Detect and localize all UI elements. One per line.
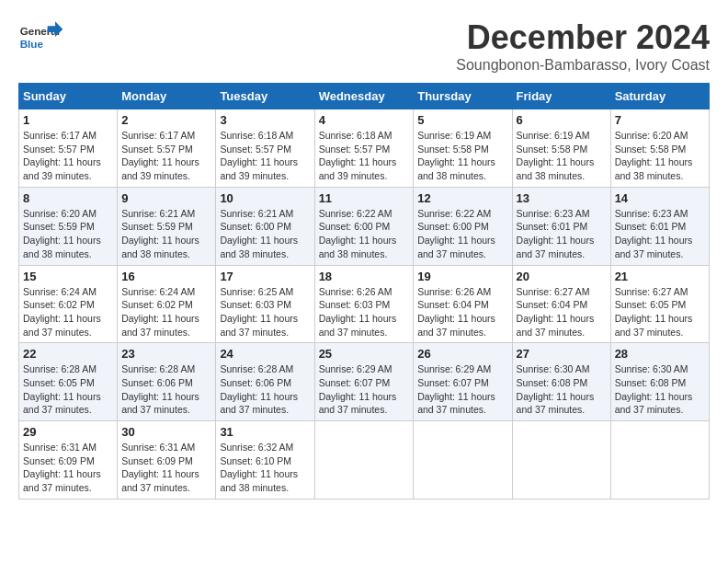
calendar-week-1: 1Sunrise: 6:17 AMSunset: 5:57 PMDaylight…	[19, 109, 710, 188]
day-number: 28	[615, 347, 705, 361]
day-info: Sunrise: 6:19 AMSunset: 5:58 PMDaylight:…	[417, 129, 507, 183]
day-info: Sunrise: 6:28 AMSunset: 6:05 PMDaylight:…	[23, 362, 113, 417]
day-number: 17	[220, 270, 310, 283]
day-info: Sunrise: 6:32 AMSunset: 6:10 PMDaylight:…	[220, 441, 310, 495]
day-number: 25	[319, 347, 410, 361]
day-info: Sunrise: 6:30 AMSunset: 6:08 PMDaylight:…	[615, 362, 705, 417]
calendar-cell	[610, 421, 709, 500]
day-number: 29	[23, 425, 113, 439]
day-info: Sunrise: 6:17 AMSunset: 5:57 PMDaylight:…	[121, 129, 211, 183]
day-info: Sunrise: 6:25 AMSunset: 6:03 PMDaylight:…	[220, 285, 310, 339]
day-info: Sunrise: 6:24 AMSunset: 6:02 PMDaylight:…	[121, 285, 211, 339]
weekday-header-monday: Monday	[118, 84, 216, 109]
calendar-cell: 14Sunrise: 6:23 AMSunset: 6:01 PMDayligh…	[610, 187, 709, 265]
day-number: 14	[615, 191, 705, 205]
calendar-cell: 31Sunrise: 6:32 AMSunset: 6:10 PMDayligh…	[216, 421, 314, 500]
day-info: Sunrise: 6:18 AMSunset: 5:57 PMDaylight:…	[319, 129, 410, 183]
day-number: 15	[23, 270, 113, 283]
weekday-header-row: SundayMondayTuesdayWednesdayThursdayFrid…	[19, 84, 710, 109]
day-number: 13	[517, 191, 607, 205]
day-info: Sunrise: 6:23 AMSunset: 6:01 PMDaylight:…	[517, 207, 607, 261]
day-number: 10	[220, 191, 310, 205]
day-info: Sunrise: 6:29 AMSunset: 6:07 PMDaylight:…	[417, 362, 507, 417]
day-info: Sunrise: 6:22 AMSunset: 6:00 PMDaylight:…	[319, 207, 410, 261]
calendar-cell	[414, 421, 512, 500]
calendar-cell: 5Sunrise: 6:19 AMSunset: 5:58 PMDaylight…	[414, 109, 512, 188]
calendar-week-5: 29Sunrise: 6:31 AMSunset: 6:09 PMDayligh…	[19, 421, 710, 500]
day-info: Sunrise: 6:26 AMSunset: 6:03 PMDaylight:…	[319, 285, 410, 339]
weekday-header-saturday: Saturday	[610, 84, 709, 109]
day-number: 12	[417, 191, 507, 205]
calendar-cell: 6Sunrise: 6:19 AMSunset: 5:58 PMDaylight…	[512, 109, 610, 188]
calendar-cell: 12Sunrise: 6:22 AMSunset: 6:00 PMDayligh…	[414, 187, 512, 265]
day-number: 11	[319, 191, 410, 205]
weekday-header-thursday: Thursday	[414, 84, 512, 109]
day-number: 3	[220, 113, 310, 127]
calendar-cell: 9Sunrise: 6:21 AMSunset: 5:59 PMDaylight…	[118, 187, 216, 265]
calendar-week-2: 8Sunrise: 6:20 AMSunset: 5:59 PMDaylight…	[19, 187, 710, 265]
calendar-cell: 8Sunrise: 6:20 AMSunset: 5:59 PMDaylight…	[19, 187, 118, 265]
day-number: 4	[319, 113, 410, 127]
day-number: 6	[517, 113, 607, 127]
day-number: 30	[121, 425, 211, 439]
day-number: 20	[517, 270, 607, 283]
logo: General Blue	[18, 18, 64, 55]
calendar-cell: 21Sunrise: 6:27 AMSunset: 6:05 PMDayligh…	[610, 265, 709, 343]
logo-icon: General Blue	[18, 18, 64, 55]
calendar-cell: 11Sunrise: 6:22 AMSunset: 6:00 PMDayligh…	[314, 187, 414, 265]
calendar-body: 1Sunrise: 6:17 AMSunset: 5:57 PMDaylight…	[19, 109, 710, 500]
calendar-week-3: 15Sunrise: 6:24 AMSunset: 6:02 PMDayligh…	[19, 265, 710, 343]
day-info: Sunrise: 6:24 AMSunset: 6:02 PMDaylight:…	[23, 285, 113, 339]
calendar-cell: 4Sunrise: 6:18 AMSunset: 5:57 PMDaylight…	[314, 109, 414, 188]
day-info: Sunrise: 6:28 AMSunset: 6:06 PMDaylight:…	[220, 362, 310, 417]
calendar-table: SundayMondayTuesdayWednesdayThursdayFrid…	[18, 83, 710, 500]
day-info: Sunrise: 6:18 AMSunset: 5:57 PMDaylight:…	[220, 129, 310, 183]
calendar-cell: 23Sunrise: 6:28 AMSunset: 6:06 PMDayligh…	[118, 343, 216, 421]
calendar-cell: 26Sunrise: 6:29 AMSunset: 6:07 PMDayligh…	[414, 343, 512, 421]
day-info: Sunrise: 6:29 AMSunset: 6:07 PMDaylight:…	[319, 362, 410, 417]
calendar-cell	[314, 421, 414, 500]
day-info: Sunrise: 6:30 AMSunset: 6:08 PMDaylight:…	[517, 362, 607, 417]
calendar-cell: 19Sunrise: 6:26 AMSunset: 6:04 PMDayligh…	[414, 265, 512, 343]
day-number: 31	[220, 425, 310, 439]
calendar-cell: 10Sunrise: 6:21 AMSunset: 6:00 PMDayligh…	[216, 187, 314, 265]
day-number: 18	[319, 270, 410, 283]
calendar-cell: 20Sunrise: 6:27 AMSunset: 6:04 PMDayligh…	[512, 265, 610, 343]
calendar-cell: 1Sunrise: 6:17 AMSunset: 5:57 PMDaylight…	[19, 109, 118, 188]
day-number: 23	[121, 347, 211, 361]
calendar-cell: 15Sunrise: 6:24 AMSunset: 6:02 PMDayligh…	[19, 265, 118, 343]
calendar-cell: 16Sunrise: 6:24 AMSunset: 6:02 PMDayligh…	[118, 265, 216, 343]
calendar-cell: 30Sunrise: 6:31 AMSunset: 6:09 PMDayligh…	[118, 421, 216, 500]
day-number: 8	[23, 191, 113, 205]
svg-text:Blue: Blue	[20, 38, 44, 50]
day-number: 26	[417, 347, 507, 361]
calendar-cell	[512, 421, 610, 500]
day-number: 22	[23, 347, 113, 361]
day-info: Sunrise: 6:31 AMSunset: 6:09 PMDaylight:…	[121, 441, 211, 495]
day-info: Sunrise: 6:31 AMSunset: 6:09 PMDaylight:…	[23, 441, 113, 495]
day-number: 19	[417, 270, 507, 283]
day-info: Sunrise: 6:20 AMSunset: 5:59 PMDaylight:…	[23, 207, 113, 261]
day-number: 9	[121, 191, 211, 205]
calendar-cell: 22Sunrise: 6:28 AMSunset: 6:05 PMDayligh…	[19, 343, 118, 421]
day-number: 24	[220, 347, 310, 361]
calendar-week-4: 22Sunrise: 6:28 AMSunset: 6:05 PMDayligh…	[19, 343, 710, 421]
day-info: Sunrise: 6:21 AMSunset: 5:59 PMDaylight:…	[121, 207, 211, 261]
calendar-cell: 24Sunrise: 6:28 AMSunset: 6:06 PMDayligh…	[216, 343, 314, 421]
day-number: 1	[23, 113, 113, 127]
day-info: Sunrise: 6:28 AMSunset: 6:06 PMDaylight:…	[121, 362, 211, 417]
weekday-header-wednesday: Wednesday	[314, 84, 414, 109]
calendar-cell: 29Sunrise: 6:31 AMSunset: 6:09 PMDayligh…	[19, 421, 118, 500]
day-info: Sunrise: 6:27 AMSunset: 6:05 PMDaylight:…	[615, 285, 705, 339]
calendar-cell: 18Sunrise: 6:26 AMSunset: 6:03 PMDayligh…	[314, 265, 414, 343]
title-area: December 2024 Soungbonon-Bambarasso, Ivo…	[456, 18, 710, 74]
day-info: Sunrise: 6:22 AMSunset: 6:00 PMDaylight:…	[417, 207, 507, 261]
calendar-cell: 17Sunrise: 6:25 AMSunset: 6:03 PMDayligh…	[216, 265, 314, 343]
calendar-cell: 3Sunrise: 6:18 AMSunset: 5:57 PMDaylight…	[216, 109, 314, 188]
weekday-header-sunday: Sunday	[19, 84, 118, 109]
calendar-cell: 13Sunrise: 6:23 AMSunset: 6:01 PMDayligh…	[512, 187, 610, 265]
page-header: General Blue December 2024 Soungbonon-Ba…	[18, 18, 710, 74]
month-title: December 2024	[456, 18, 710, 57]
calendar-cell: 27Sunrise: 6:30 AMSunset: 6:08 PMDayligh…	[512, 343, 610, 421]
day-number: 7	[615, 113, 705, 127]
